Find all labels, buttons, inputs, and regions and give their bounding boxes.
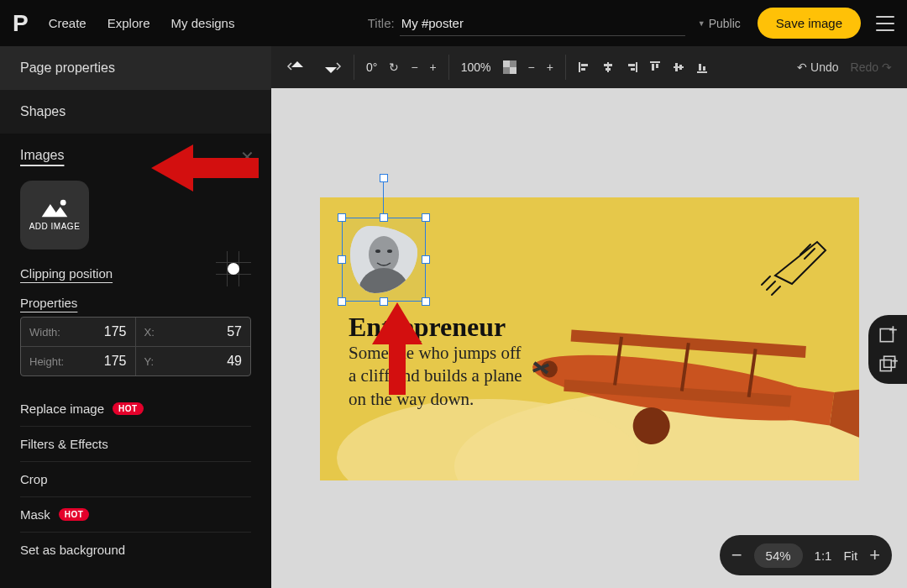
zoom-value[interactable]: 54% [754,543,803,568]
redo-button[interactable]: Redo ↷ [851,60,892,74]
svg-rect-50 [884,356,895,367]
align-left-icon[interactable] [578,60,591,74]
sidebar: Page properties Shapes Images ✕ ADD IMAG… [0,46,271,588]
svg-marker-3 [325,67,337,73]
rotate-icon[interactable]: ↻ [389,60,399,74]
svg-rect-6 [510,67,516,74]
handle-w[interactable] [338,255,346,264]
selection-frame [342,218,426,302]
rotation-minus[interactable]: − [411,60,417,74]
align-top-icon[interactable] [648,60,662,74]
hot-badge: HOT [59,508,90,521]
canvas-stage[interactable]: Entrepreneur Someone who jumps off a cli… [271,88,907,588]
svg-point-1 [60,200,66,206]
action-mask[interactable]: MaskHOT [20,497,251,533]
svg-rect-15 [631,68,635,71]
canvas-area: 0° ↻ − + 100% − + ↶ Un [271,46,907,588]
svg-rect-24 [703,66,705,71]
opacity-plus[interactable]: + [547,60,553,74]
undo-button[interactable]: ↶ Undo [797,60,838,74]
action-replace-image[interactable]: Replace imageHOT [20,391,251,427]
svg-rect-20 [675,63,678,71]
prop-y[interactable]: Y:49 [136,347,251,375]
properties-grid: Width:175 X:57 Height:175 Y:49 [20,317,251,376]
svg-rect-18 [656,64,658,68]
layer-up-icon[interactable] [286,60,308,75]
hot-badge: HOT [113,402,144,415]
plane-outline-icon [758,229,834,297]
title-input[interactable] [400,11,685,36]
add-layer-icon[interactable] [878,323,899,345]
zoom-fit-button[interactable]: Fit [843,549,857,563]
selection-group [320,174,417,271]
accordion-shapes[interactable]: Shapes [0,90,271,134]
svg-marker-0 [42,204,68,217]
svg-rect-35 [788,386,834,426]
save-image-button[interactable]: Save image [758,8,861,39]
duplicate-icon[interactable] [878,354,899,375]
handle-sw[interactable] [338,297,346,306]
visibility-toggle[interactable]: ▼ Public [698,17,741,30]
menu-icon[interactable] [876,16,894,31]
top-bar: P Create Explore My designs Title: ▼ Pub… [0,0,907,46]
nav-explore[interactable]: Explore [107,16,150,30]
svg-rect-17 [652,64,654,71]
prop-height[interactable]: Height:175 [21,347,136,375]
svg-rect-46 [880,329,893,342]
align-right-icon[interactable] [625,60,638,74]
nav-create[interactable]: Create [49,16,87,30]
visibility-label: Public [709,17,741,30]
layer-down-icon[interactable] [320,60,342,75]
floating-panel [868,315,907,384]
annotation-arrow-left [151,143,260,193]
zoom-control: − 54% 1:1 Fit + [720,535,892,575]
svg-rect-12 [606,68,611,71]
nav-my-designs[interactable]: My designs [171,16,235,30]
add-image-button[interactable]: ADD IMAGE [20,181,89,249]
svg-rect-8 [581,64,588,66]
handle-n[interactable] [380,213,388,222]
action-crop[interactable]: Crop [20,462,251,497]
accordion-images-label: Images [20,148,64,162]
title-label: Title: [368,16,395,30]
action-set-as-background[interactable]: Set as background [20,533,251,567]
svg-marker-2 [291,61,303,67]
handle-nw[interactable] [338,213,346,222]
rotation-value: 0° [366,60,377,74]
svg-rect-9 [581,68,585,71]
prop-width[interactable]: Width:175 [21,318,136,347]
svg-rect-14 [628,64,635,66]
accordion-page-properties[interactable]: Page properties [0,46,271,90]
align-center-h-icon[interactable] [601,60,615,74]
opacity-value: 100% [461,60,491,74]
rotation-plus[interactable]: + [430,60,437,74]
svg-rect-49 [880,360,891,371]
svg-rect-23 [699,64,701,71]
svg-rect-5 [503,60,510,67]
svg-marker-53 [151,144,259,192]
handle-e[interactable] [422,255,430,264]
alignment-tools [578,60,709,74]
svg-rect-21 [679,65,682,70]
rotation-line [383,182,384,218]
svg-rect-11 [604,64,612,66]
opacity-minus[interactable]: − [528,60,535,74]
annotation-arrow-up [355,302,439,403]
transparency-icon[interactable] [503,60,516,74]
align-center-v-icon[interactable] [672,60,685,74]
clipping-position-heading: Clipping position [20,266,113,281]
rotation-handle[interactable] [380,174,388,182]
zoom-out-button[interactable]: − [731,546,742,564]
clipping-position-grid[interactable] [216,251,251,286]
zoom-in-button[interactable]: + [869,546,880,564]
canvas-toolbar: 0° ↻ − + 100% − + ↶ Un [271,46,907,88]
add-image-label: ADD IMAGE [29,222,81,232]
svg-marker-45 [372,302,422,395]
align-bottom-icon[interactable] [695,60,709,74]
mountain-icon [40,198,69,218]
brand-logo[interactable]: P [13,10,28,37]
action-filters-effects[interactable]: Filters & Effects [20,427,251,462]
zoom-ratio-button[interactable]: 1:1 [815,549,832,563]
handle-ne[interactable] [422,213,430,222]
prop-x[interactable]: X:57 [136,318,251,347]
